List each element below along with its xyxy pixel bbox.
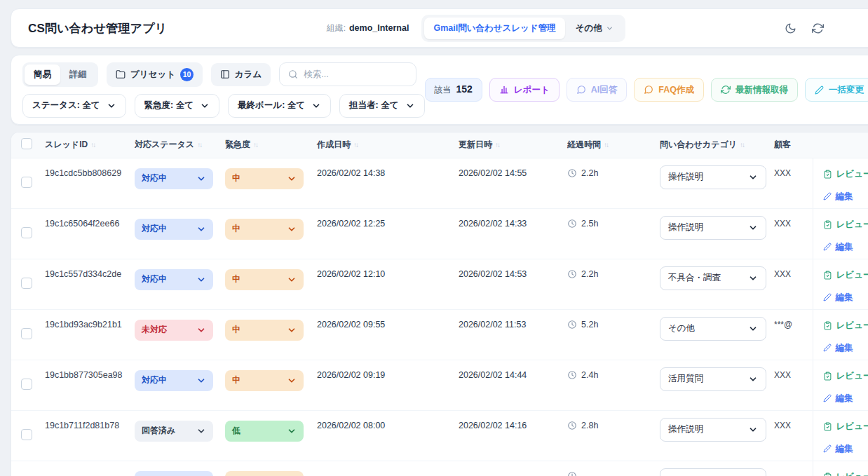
category-select[interactable]: 不具合・調査 bbox=[660, 266, 766, 290]
dark-mode-toggle[interactable] bbox=[785, 22, 796, 34]
row-checkbox-cell bbox=[11, 158, 39, 208]
review-button[interactable]: レビュー bbox=[823, 269, 868, 281]
created-cell: 2026/02/02 12:10 bbox=[311, 259, 453, 309]
row-checkbox[interactable] bbox=[21, 379, 32, 390]
elapsed-value: 2.5h bbox=[581, 219, 598, 229]
category-cell: 活用質問 bbox=[654, 360, 768, 410]
review-button[interactable]: レビュー bbox=[823, 219, 868, 231]
clock-icon bbox=[567, 370, 577, 380]
header-icon-group bbox=[785, 22, 824, 34]
category-select[interactable]: その他 bbox=[660, 317, 766, 341]
fetch-latest-button[interactable]: 最新情報取得 bbox=[711, 78, 798, 102]
edit-button[interactable]: 編集 bbox=[823, 191, 853, 203]
created-cell: 2026/02/02 14:38 bbox=[311, 158, 453, 208]
updated-cell: 2026/02/02 14:16 bbox=[453, 410, 562, 461]
urgency-pill[interactable]: 中 bbox=[225, 168, 304, 189]
elapsed-cell bbox=[562, 461, 654, 476]
edit-button[interactable]: 編集 bbox=[823, 241, 853, 253]
created-cell: 2026/02/02 09:19 bbox=[311, 360, 453, 410]
status-pill[interactable]: 対応中 bbox=[135, 168, 213, 189]
columns-button[interactable]: カラム bbox=[211, 63, 271, 86]
status-pill[interactable]: 対応中 bbox=[135, 269, 213, 290]
category-select[interactable] bbox=[660, 468, 766, 476]
category-select[interactable]: 操作説明 bbox=[660, 216, 766, 240]
column-category[interactable]: 問い合わせカテゴリ↑↓ bbox=[654, 132, 768, 158]
ai-answer-button[interactable]: AI回答 bbox=[567, 78, 628, 102]
status-label: 回答済み bbox=[142, 425, 175, 437]
clipboard-icon bbox=[823, 422, 832, 431]
status-pill[interactable]: 未対応 bbox=[135, 320, 213, 341]
review-button[interactable]: レビュー bbox=[823, 421, 868, 433]
status-pill[interactable]: 回答済み bbox=[135, 421, 213, 442]
row-checkbox-cell bbox=[11, 410, 39, 461]
updated-cell: 2026/02/02 11:53 bbox=[453, 309, 562, 360]
urgency-pill[interactable]: 中 bbox=[225, 320, 304, 341]
column-updated[interactable]: 更新日時↑↓ bbox=[453, 132, 562, 158]
row-checkbox[interactable] bbox=[21, 177, 32, 188]
chevron-down-icon bbox=[196, 426, 206, 436]
status-pill[interactable]: 対応中 bbox=[135, 219, 213, 240]
select-all-checkbox[interactable] bbox=[21, 138, 32, 149]
row-actions-cell: レビュー 編集 bbox=[813, 410, 868, 461]
elapsed-value: 2.2h bbox=[581, 168, 598, 178]
category-value: 不具合・調査 bbox=[668, 272, 721, 284]
row-checkbox[interactable] bbox=[21, 429, 32, 440]
preset-button[interactable]: プリセット 10 bbox=[107, 62, 203, 87]
table-row: 19c1c557d334c2de 対応中 中 2026/02/02 12:10 … bbox=[11, 259, 868, 309]
urgency-cell: 中 bbox=[219, 208, 311, 259]
status-pill[interactable] bbox=[135, 471, 213, 476]
urgency-pill[interactable]: 中 bbox=[225, 370, 304, 391]
category-select[interactable]: 活用質問 bbox=[660, 367, 766, 391]
thread-id-cell: 19c1cdc5bb808629 bbox=[39, 158, 129, 208]
filter-last-ball[interactable]: 最終ボール: 全て bbox=[228, 94, 331, 118]
urgency-pill[interactable]: 低 bbox=[225, 421, 304, 442]
urgency-pill[interactable]: 中 bbox=[225, 219, 304, 240]
category-select[interactable]: 操作説明 bbox=[660, 418, 766, 442]
faq-create-button[interactable]: FAQ作成 bbox=[634, 78, 704, 102]
header-checkbox-cell bbox=[11, 132, 39, 158]
urgency-pill[interactable] bbox=[225, 471, 304, 476]
review-button[interactable]: レビュー bbox=[823, 370, 868, 382]
elapsed-value: 5.2h bbox=[581, 320, 598, 329]
review-button[interactable]: レビュー bbox=[823, 320, 868, 332]
edit-label: 編集 bbox=[836, 393, 853, 404]
column-elapsed[interactable]: 経過時間↑↓ bbox=[562, 132, 654, 158]
tab-gmail-thread-management[interactable]: Gmail問い合わせスレッド管理 bbox=[424, 18, 564, 39]
edit-button[interactable]: 編集 bbox=[823, 443, 853, 455]
review-button[interactable]: レビュー bbox=[823, 168, 868, 180]
status-pill[interactable]: 対応中 bbox=[135, 370, 213, 391]
column-created[interactable]: 作成日時↑↓ bbox=[311, 132, 453, 158]
row-checkbox[interactable] bbox=[21, 278, 32, 289]
search-box bbox=[279, 62, 416, 86]
edit-button[interactable]: 編集 bbox=[823, 393, 853, 404]
tab-label: その他 bbox=[576, 22, 602, 34]
filter-assignee[interactable]: 担当者: 全て bbox=[339, 94, 424, 118]
view-simple-button[interactable]: 簡易 bbox=[25, 64, 60, 85]
filter-urgency[interactable]: 緊急度: 全て bbox=[135, 94, 219, 118]
report-button[interactable]: レポート bbox=[489, 78, 560, 102]
category-select[interactable]: 操作説明 bbox=[660, 165, 766, 189]
review-label: レビュー bbox=[836, 421, 868, 433]
row-checkbox[interactable] bbox=[21, 328, 32, 339]
edit-button[interactable]: 編集 bbox=[823, 342, 853, 354]
refresh-button[interactable] bbox=[812, 22, 824, 34]
chevron-down-icon bbox=[287, 376, 297, 386]
column-status[interactable]: 対応ステータス↑↓ bbox=[129, 132, 219, 158]
search-input[interactable] bbox=[304, 69, 407, 79]
chevron-down-icon bbox=[196, 376, 206, 386]
column-actions bbox=[813, 132, 868, 158]
status-label: 対応中 bbox=[142, 172, 167, 184]
review-button[interactable]: レビュー bbox=[823, 471, 868, 476]
column-thread-id[interactable]: スレッドID↑↓ bbox=[39, 132, 129, 158]
column-urgency[interactable]: 緊急度↑↓ bbox=[219, 132, 311, 158]
bulk-edit-button[interactable]: 一括変更 bbox=[805, 78, 868, 102]
edit-button[interactable]: 編集 bbox=[823, 292, 853, 304]
filter-status[interactable]: ステータス: 全て bbox=[22, 94, 126, 118]
tab-other-menu[interactable]: その他 bbox=[567, 18, 623, 39]
category-cell: その他 bbox=[654, 309, 768, 360]
view-detail-button[interactable]: 詳細 bbox=[60, 64, 96, 85]
urgency-pill[interactable]: 中 bbox=[225, 269, 304, 290]
status-cell bbox=[129, 461, 219, 476]
row-checkbox[interactable] bbox=[21, 227, 32, 238]
tab-label: Gmail問い合わせスレッド管理 bbox=[433, 22, 555, 34]
